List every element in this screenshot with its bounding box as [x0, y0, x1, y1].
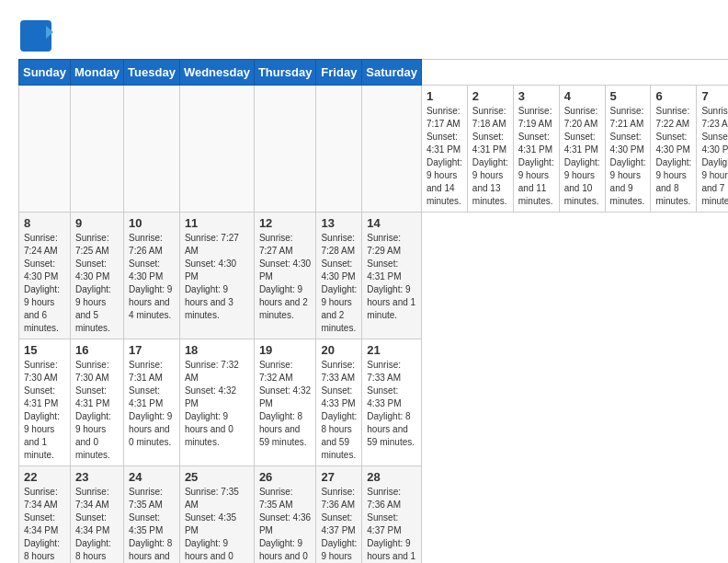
- day-info: Sunrise: 7:36 AMSunset: 4:37 PMDaylight:…: [367, 486, 416, 563]
- day-info: Sunrise: 7:34 AMSunset: 4:34 PMDaylight:…: [24, 486, 65, 563]
- day-info: Sunrise: 7:17 AMSunset: 4:31 PMDaylight:…: [427, 105, 462, 208]
- day-info: Sunrise: 7:26 AMSunset: 4:30 PMDaylight:…: [129, 232, 175, 322]
- calendar-week-row: 22 Sunrise: 7:34 AMSunset: 4:34 PMDaylig…: [19, 466, 729, 564]
- day-number: 21: [367, 343, 416, 357]
- calendar-day-cell: 9 Sunrise: 7:25 AMSunset: 4:30 PMDayligh…: [70, 213, 123, 339]
- day-number: 26: [259, 470, 312, 484]
- day-number: 6: [655, 89, 691, 103]
- calendar-day-cell: 22 Sunrise: 7:34 AMSunset: 4:34 PMDaylig…: [19, 466, 71, 564]
- empty-calendar-cell: [254, 86, 316, 213]
- calendar-day-cell: 14 Sunrise: 7:29 AMSunset: 4:31 PMDaylig…: [362, 213, 422, 339]
- day-number: 20: [321, 343, 357, 357]
- day-info: Sunrise: 7:23 AMSunset: 4:30 PMDaylight:…: [701, 105, 728, 208]
- calendar-day-cell: 1 Sunrise: 7:17 AMSunset: 4:31 PMDayligh…: [421, 86, 467, 213]
- calendar-day-cell: 8 Sunrise: 7:24 AMSunset: 4:30 PMDayligh…: [19, 213, 71, 339]
- calendar-day-cell: 27 Sunrise: 7:36 AMSunset: 4:37 PMDaylig…: [316, 466, 362, 564]
- day-info: Sunrise: 7:33 AMSunset: 4:33 PMDaylight:…: [321, 359, 357, 462]
- day-number: 8: [24, 216, 65, 230]
- day-info: Sunrise: 7:27 AMSunset: 4:30 PMDaylight:…: [185, 232, 249, 322]
- day-number: 18: [185, 343, 249, 357]
- calendar-day-cell: 17 Sunrise: 7:31 AMSunset: 4:31 PMDaylig…: [124, 339, 180, 466]
- empty-calendar-cell: [70, 86, 123, 213]
- day-info: Sunrise: 7:24 AMSunset: 4:30 PMDaylight:…: [24, 232, 65, 335]
- calendar-day-cell: 15 Sunrise: 7:30 AMSunset: 4:31 PMDaylig…: [19, 339, 71, 466]
- day-number: 7: [701, 89, 728, 103]
- calendar-day-cell: 3 Sunrise: 7:19 AMSunset: 4:31 PMDayligh…: [513, 86, 559, 213]
- day-number: 5: [610, 89, 646, 103]
- day-number: 10: [129, 216, 175, 230]
- day-info: Sunrise: 7:36 AMSunset: 4:37 PMDaylight:…: [321, 486, 357, 563]
- calendar-day-cell: 20 Sunrise: 7:33 AMSunset: 4:33 PMDaylig…: [316, 339, 362, 466]
- calendar-day-cell: 2 Sunrise: 7:18 AMSunset: 4:31 PMDayligh…: [467, 86, 513, 213]
- day-number: 25: [185, 470, 249, 484]
- calendar-day-cell: 25 Sunrise: 7:35 AMSunset: 4:35 PMDaylig…: [179, 466, 254, 564]
- calendar-day-cell: 16 Sunrise: 7:30 AMSunset: 4:31 PMDaylig…: [70, 339, 123, 466]
- day-number: 17: [129, 343, 175, 357]
- day-of-week-header: Thursday: [254, 60, 316, 86]
- day-info: Sunrise: 7:32 AMSunset: 4:32 PMDaylight:…: [185, 359, 249, 449]
- calendar-day-cell: 13 Sunrise: 7:28 AMSunset: 4:30 PMDaylig…: [316, 213, 362, 339]
- calendar-day-cell: 12 Sunrise: 7:27 AMSunset: 4:30 PMDaylig…: [254, 213, 316, 339]
- day-number: 24: [129, 470, 175, 484]
- calendar-day-cell: 26 Sunrise: 7:35 AMSunset: 4:36 PMDaylig…: [254, 466, 316, 564]
- day-number: 4: [564, 89, 600, 103]
- day-number: 23: [75, 470, 119, 484]
- day-info: Sunrise: 7:21 AMSunset: 4:30 PMDaylight:…: [610, 105, 646, 208]
- day-info: Sunrise: 7:34 AMSunset: 4:34 PMDaylight:…: [75, 486, 119, 563]
- day-of-week-header: Friday: [316, 60, 362, 86]
- calendar-table: SundayMondayTuesdayWednesdayThursdayFrid…: [18, 59, 728, 563]
- day-number: 9: [75, 216, 119, 230]
- page-header: [18, 18, 710, 53]
- calendar-week-row: 8 Sunrise: 7:24 AMSunset: 4:30 PMDayligh…: [19, 213, 729, 339]
- logo-icon: [18, 18, 53, 53]
- calendar-day-cell: 18 Sunrise: 7:32 AMSunset: 4:32 PMDaylig…: [179, 339, 254, 466]
- day-info: Sunrise: 7:18 AMSunset: 4:31 PMDaylight:…: [472, 105, 508, 208]
- day-info: Sunrise: 7:20 AMSunset: 4:31 PMDaylight:…: [564, 105, 600, 208]
- empty-calendar-cell: [179, 86, 254, 213]
- day-info: Sunrise: 7:35 AMSunset: 4:36 PMDaylight:…: [259, 486, 312, 563]
- calendar-day-cell: 23 Sunrise: 7:34 AMSunset: 4:34 PMDaylig…: [70, 466, 123, 564]
- logo: [18, 18, 57, 53]
- day-number: 13: [321, 216, 357, 230]
- day-info: Sunrise: 7:25 AMSunset: 4:30 PMDaylight:…: [75, 232, 119, 335]
- day-info: Sunrise: 7:35 AMSunset: 4:35 PMDaylight:…: [185, 486, 249, 563]
- empty-calendar-cell: [19, 86, 71, 213]
- calendar-week-row: 1 Sunrise: 7:17 AMSunset: 4:31 PMDayligh…: [19, 86, 729, 213]
- calendar-day-cell: 11 Sunrise: 7:27 AMSunset: 4:30 PMDaylig…: [179, 213, 254, 339]
- day-info: Sunrise: 7:27 AMSunset: 4:30 PMDaylight:…: [259, 232, 312, 322]
- day-info: Sunrise: 7:30 AMSunset: 4:31 PMDaylight:…: [24, 359, 65, 462]
- empty-calendar-cell: [362, 86, 422, 213]
- calendar-day-cell: 24 Sunrise: 7:35 AMSunset: 4:35 PMDaylig…: [124, 466, 180, 564]
- empty-calendar-cell: [124, 86, 180, 213]
- empty-calendar-cell: [316, 86, 362, 213]
- calendar-day-cell: 10 Sunrise: 7:26 AMSunset: 4:30 PMDaylig…: [124, 213, 180, 339]
- day-of-week-header: Saturday: [362, 60, 422, 86]
- day-number: 22: [24, 470, 65, 484]
- day-info: Sunrise: 7:31 AMSunset: 4:31 PMDaylight:…: [129, 359, 175, 449]
- calendar-day-cell: 5 Sunrise: 7:21 AMSunset: 4:30 PMDayligh…: [605, 86, 651, 213]
- day-number: 1: [427, 89, 462, 103]
- day-number: 28: [367, 470, 416, 484]
- day-number: 27: [321, 470, 357, 484]
- day-number: 19: [259, 343, 312, 357]
- day-of-week-header: Monday: [70, 60, 123, 86]
- day-of-week-header: Sunday: [19, 60, 71, 86]
- calendar-day-cell: 6 Sunrise: 7:22 AMSunset: 4:30 PMDayligh…: [651, 86, 697, 213]
- day-number: 11: [185, 216, 249, 230]
- day-info: Sunrise: 7:35 AMSunset: 4:35 PMDaylight:…: [129, 486, 175, 563]
- day-number: 3: [518, 89, 554, 103]
- day-of-week-header: Tuesday: [124, 60, 180, 86]
- calendar-day-cell: 28 Sunrise: 7:36 AMSunset: 4:37 PMDaylig…: [362, 466, 422, 564]
- day-info: Sunrise: 7:32 AMSunset: 4:32 PMDaylight:…: [259, 359, 312, 449]
- day-number: 15: [24, 343, 65, 357]
- day-info: Sunrise: 7:33 AMSunset: 4:33 PMDaylight:…: [367, 359, 416, 449]
- day-info: Sunrise: 7:29 AMSunset: 4:31 PMDaylight:…: [367, 232, 416, 322]
- day-number: 16: [75, 343, 119, 357]
- calendar-day-cell: 19 Sunrise: 7:32 AMSunset: 4:32 PMDaylig…: [254, 339, 316, 466]
- day-info: Sunrise: 7:28 AMSunset: 4:30 PMDaylight:…: [321, 232, 357, 335]
- day-number: 14: [367, 216, 416, 230]
- day-info: Sunrise: 7:19 AMSunset: 4:31 PMDaylight:…: [518, 105, 554, 208]
- day-info: Sunrise: 7:22 AMSunset: 4:30 PMDaylight:…: [655, 105, 691, 208]
- day-number: 12: [259, 216, 312, 230]
- calendar-day-cell: 4 Sunrise: 7:20 AMSunset: 4:31 PMDayligh…: [559, 86, 605, 213]
